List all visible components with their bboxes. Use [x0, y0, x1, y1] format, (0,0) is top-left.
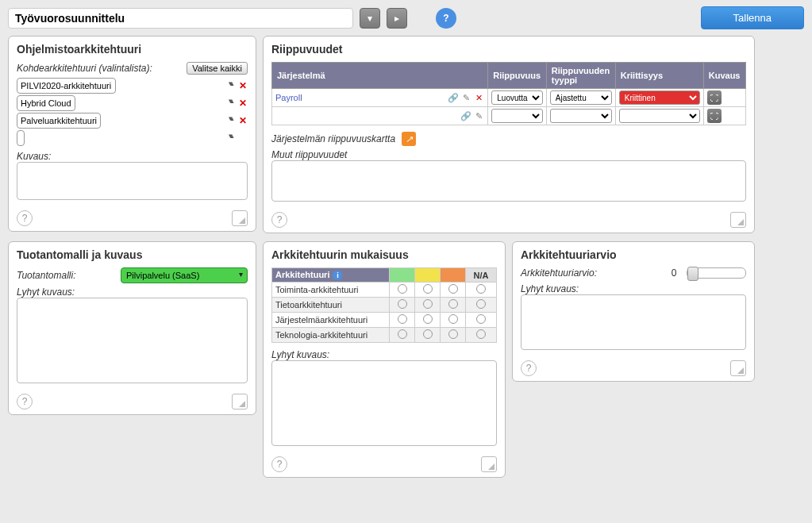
chevron-right-icon: ▸	[394, 13, 399, 24]
other-deps-label: Muut riippuvuudet	[271, 149, 746, 160]
help-button[interactable]: ?	[436, 8, 456, 29]
radio[interactable]	[448, 284, 458, 294]
deptype-select[interactable]: Ajastettu	[550, 90, 612, 105]
table-row: Teknologia-arkkitehtuuri	[272, 328, 497, 343]
review-label: Arkkitehtuuriarvio:	[521, 267, 597, 279]
radio[interactable]	[476, 314, 486, 324]
panel-heading: Ohjelmistoarkkitehtuuri	[17, 43, 248, 56]
table-row: 🔗 ✎ ⛶	[272, 107, 746, 125]
remove-arch-0[interactable]: ✕	[238, 80, 248, 91]
dep-select[interactable]: Luovutta	[491, 90, 543, 105]
review-value: 0	[668, 267, 680, 279]
arch-desc-label: Kuvaus:	[17, 151, 248, 162]
table-row: Järjestelmäarkkitehtuuri	[272, 313, 497, 328]
next-button[interactable]: ▸	[387, 8, 407, 29]
criticality-select[interactable]	[619, 109, 700, 123]
note-icon[interactable]	[481, 456, 497, 472]
save-button[interactable]: Tallenna	[701, 6, 804, 29]
info-icon[interactable]: i	[333, 271, 342, 280]
review-slider[interactable]	[687, 267, 746, 279]
review-desc-textarea[interactable]	[521, 294, 746, 350]
radio[interactable]	[423, 329, 433, 339]
panel-help-button[interactable]: ?	[17, 210, 33, 226]
radio[interactable]	[398, 329, 407, 339]
architecture-panel: Ohjelmistoarkkitehtuuri Kohdearkkitehtuu…	[8, 36, 256, 232]
radio[interactable]	[448, 329, 458, 339]
comp-col0: Arkkitehtuuri	[275, 270, 329, 279]
other-deps-textarea[interactable]	[271, 160, 746, 202]
panel-heading: Riippuvuudet	[271, 43, 746, 56]
dependencies-panel: Riippuvuudet Järjestelmä Riippuvuus Riip…	[263, 36, 755, 233]
dependencies-table: Järjestelmä Riippuvuus Riippuvuuden tyyp…	[271, 62, 746, 125]
radio[interactable]	[476, 329, 486, 339]
delete-icon[interactable]: ✕	[473, 92, 484, 103]
note-icon[interactable]	[730, 360, 746, 376]
radio[interactable]	[448, 314, 458, 324]
system-link[interactable]: Payroll	[275, 93, 302, 102]
prod-desc-textarea[interactable]	[17, 298, 248, 383]
comp-col-na: N/A	[466, 268, 497, 283]
radio[interactable]	[398, 299, 407, 309]
dep-select[interactable]	[491, 109, 543, 123]
radio[interactable]	[423, 299, 433, 309]
radio[interactable]	[398, 284, 407, 294]
remove-arch-1[interactable]: ✕	[238, 98, 248, 109]
comp-col-green	[390, 268, 415, 283]
page-title-input[interactable]	[8, 8, 353, 29]
select-all-button[interactable]: Valitse kaikki	[187, 62, 248, 75]
expand-button[interactable]: ⛶	[707, 90, 722, 105]
arch-select-1[interactable]: Hybrid Cloud	[17, 95, 75, 111]
col-crit: Kriittisyys	[615, 63, 703, 89]
arch-select-0[interactable]: PILVI2020-arkkitehtuuri	[17, 78, 116, 94]
col-deptype: Riippuvuuden tyyppi	[546, 63, 615, 89]
review-desc-label: Lyhyt kuvaus:	[521, 283, 746, 294]
arch-select-2[interactable]: Palveluarkkitehtuuri	[17, 113, 101, 129]
radio[interactable]	[476, 284, 486, 294]
comp-desc-textarea[interactable]	[271, 360, 497, 446]
radio[interactable]	[423, 284, 433, 294]
radio[interactable]	[476, 299, 486, 309]
review-panel: Arkkitehtuuriarvio Arkkitehtuuriarvio: 0…	[512, 241, 755, 382]
arch-desc-textarea[interactable]	[17, 162, 248, 200]
dependency-map-label: Järjestelmän riippuvuuskartta	[271, 133, 395, 144]
chevron-down-icon: ▾	[368, 13, 372, 24]
panel-heading: Arkkitehtuuriarvio	[521, 248, 746, 261]
table-row: Toiminta-arkkitehtuuri	[272, 283, 497, 298]
col-dep: Riippuvuus	[488, 63, 547, 89]
note-icon[interactable]	[232, 394, 248, 410]
panel-help-button[interactable]: ?	[17, 394, 33, 410]
comp-col-orange	[441, 268, 466, 283]
prod-model-label: Tuotantomalli:	[17, 270, 75, 281]
panel-help-button[interactable]: ?	[271, 456, 287, 472]
radio[interactable]	[398, 314, 407, 324]
help-icon: ?	[443, 13, 448, 24]
edit-icon[interactable]: ✎	[460, 92, 471, 103]
remove-arch-2[interactable]: ✕	[238, 115, 248, 126]
slider-handle[interactable]	[687, 267, 698, 281]
note-icon[interactable]	[232, 210, 248, 226]
comp-col-yellow	[415, 268, 441, 283]
target-arch-label: Kohdearkkitehtuuri (valintalista):	[17, 63, 152, 74]
compliance-panel: Arkkitehtuurin mukaisuus Arkkitehtuurii …	[263, 241, 506, 478]
prod-desc-label: Lyhyt kuvaus:	[17, 286, 248, 298]
prod-model-select[interactable]: Pilvipalvelu (SaaS)	[121, 267, 248, 283]
edit-icon[interactable]: ✎	[473, 110, 484, 121]
col-system: Järjestelmä	[272, 63, 488, 89]
radio[interactable]	[423, 314, 433, 324]
note-icon[interactable]	[730, 212, 746, 228]
radio[interactable]	[448, 299, 458, 309]
panel-heading: Arkkitehtuurin mukaisuus	[271, 248, 497, 261]
comp-desc-label: Lyhyt kuvaus:	[271, 349, 497, 360]
expand-button[interactable]: ⛶	[707, 109, 722, 123]
dropdown-toggle-button[interactable]: ▾	[360, 8, 380, 29]
deptype-select[interactable]	[550, 109, 612, 123]
link-icon[interactable]: 🔗	[448, 92, 459, 103]
arch-select-3[interactable]	[17, 130, 25, 146]
panel-help-button[interactable]: ?	[271, 212, 287, 228]
map-icon[interactable]: ↗	[402, 132, 416, 146]
link-icon[interactable]: 🔗	[460, 110, 471, 121]
criticality-select[interactable]: Kriittinen	[619, 90, 700, 105]
panel-help-button[interactable]: ?	[521, 360, 537, 376]
panel-heading: Tuotantomalli ja kuvaus	[17, 248, 248, 261]
compliance-table: Arkkitehtuurii N/A Toiminta-arkkitehtuur…	[271, 267, 497, 343]
